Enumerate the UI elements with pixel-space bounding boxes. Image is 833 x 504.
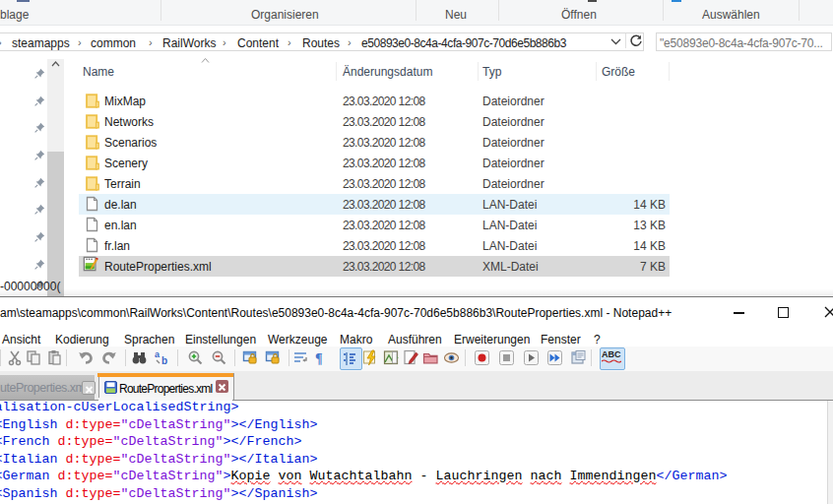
svg-text:¶: ¶: [315, 351, 323, 366]
svg-text:a: a: [155, 349, 160, 359]
svg-text:b: b: [161, 355, 167, 366]
